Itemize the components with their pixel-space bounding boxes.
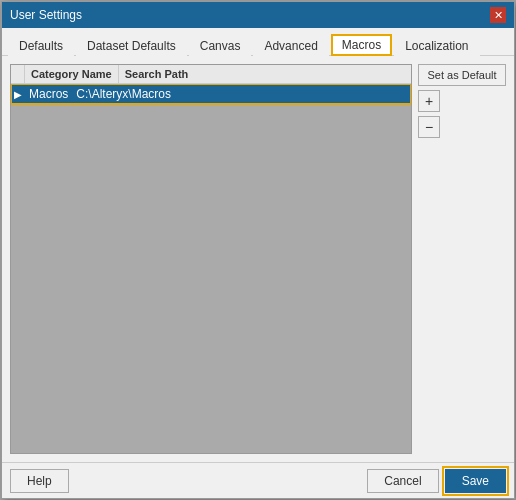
tab-dataset-defaults[interactable]: Dataset Defaults	[76, 35, 187, 56]
remove-button[interactable]: −	[418, 116, 440, 138]
dialog-title: User Settings	[10, 8, 82, 22]
tab-localization[interactable]: Localization	[394, 35, 479, 56]
cell-path: C:\Alteryx\Macros	[72, 84, 411, 104]
col-search-path: Search Path	[119, 65, 411, 83]
close-button[interactable]: ✕	[490, 7, 506, 23]
tab-macros[interactable]: Macros	[331, 34, 392, 56]
set-default-button[interactable]: Set as Default	[418, 64, 506, 86]
help-button[interactable]: Help	[10, 469, 69, 493]
save-button[interactable]: Save	[445, 469, 506, 493]
tab-advanced[interactable]: Advanced	[253, 35, 328, 56]
table-header: Category Name Search Path	[11, 65, 411, 84]
row-indicator: ▶	[11, 89, 25, 100]
tab-canvas[interactable]: Canvas	[189, 35, 252, 56]
footer-right: Cancel Save	[367, 469, 506, 493]
footer: Help Cancel Save	[2, 462, 514, 498]
col-category-name: Category Name	[25, 65, 119, 83]
macros-table: Category Name Search Path ▶ Macros C:\Al…	[10, 64, 412, 454]
side-controls: Set as Default + −	[418, 64, 506, 454]
content-area: Category Name Search Path ▶ Macros C:\Al…	[2, 56, 514, 462]
title-bar: User Settings ✕	[2, 2, 514, 28]
user-settings-dialog: User Settings ✕ Defaults Dataset Default…	[1, 1, 515, 499]
table-row[interactable]: ▶ Macros C:\Alteryx\Macros	[11, 84, 411, 104]
table-body: ▶ Macros C:\Alteryx\Macros	[11, 84, 411, 453]
cell-category: Macros	[25, 84, 72, 104]
tabs-bar: Defaults Dataset Defaults Canvas Advance…	[2, 28, 514, 56]
cancel-button[interactable]: Cancel	[367, 469, 438, 493]
add-button[interactable]: +	[418, 90, 440, 112]
tab-defaults[interactable]: Defaults	[8, 35, 74, 56]
